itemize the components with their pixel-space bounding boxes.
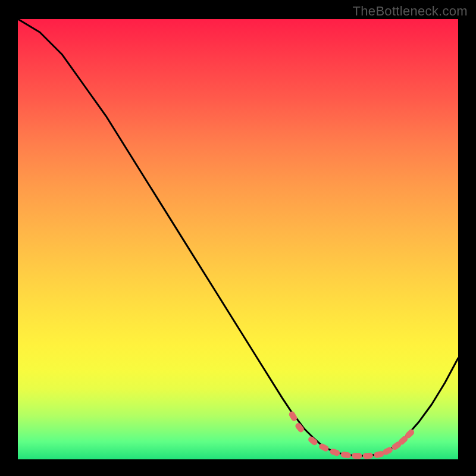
chart-svg — [18, 19, 458, 459]
marker-point — [329, 448, 340, 457]
bottleneck-curve — [18, 19, 458, 456]
plot-area — [18, 19, 458, 459]
marker-point — [352, 453, 362, 459]
marker-point — [340, 451, 351, 459]
marker-point — [363, 453, 374, 459]
chart-stage: TheBottleneck.com — [0, 0, 476, 476]
curve-path — [18, 19, 458, 456]
watermark-label: TheBottleneck.com — [353, 4, 468, 19]
marker-point — [288, 411, 298, 422]
sweet-spot-markers — [288, 411, 415, 459]
